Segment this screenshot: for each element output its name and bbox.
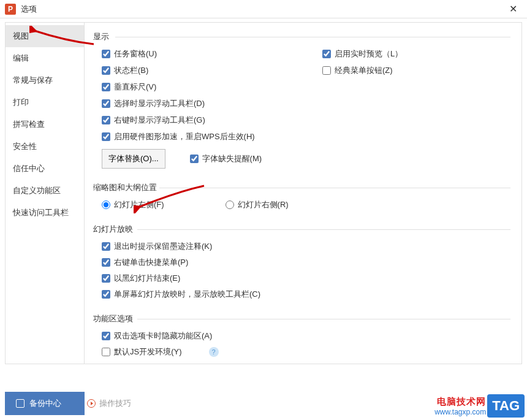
play-icon — [87, 399, 96, 408]
tips-link[interactable]: 操作技巧 — [87, 398, 131, 409]
section-display-title: 显示 — [93, 29, 510, 45]
checkbox-end-black[interactable]: 以黑幻灯片结束(E) — [102, 273, 180, 284]
sidebar-item-7[interactable]: 自定义功能区 — [6, 180, 84, 202]
radio-thumb-left[interactable]: 幻灯片左侧(F) — [102, 199, 164, 210]
checkbox-float-toolbar-select[interactable]: 选择时显示浮动工具栏(D) — [102, 98, 205, 109]
sidebar-item-3[interactable]: 打印 — [6, 91, 84, 113]
checkbox-js-env[interactable]: 默认JS开发环境(Y) — [102, 346, 182, 357]
sidebar-item-0[interactable]: 视图 — [6, 25, 84, 47]
checkbox-status-bar[interactable]: 状态栏(B) — [102, 65, 148, 76]
sidebar: 视图编辑常规与保存打印拼写检查安全性信任中心自定义功能区快速访问工具栏 — [5, 22, 85, 364]
sidebar-item-1[interactable]: 编辑 — [6, 47, 84, 69]
section-slideshow-title: 幻灯片放映 — [93, 221, 510, 237]
checkbox-hw-accel[interactable]: 启用硬件图形加速，重启WPS后生效(H) — [102, 131, 255, 142]
watermark: 电脑技术网 www.tagxp.com TAG — [434, 394, 525, 418]
checkbox-task-pane[interactable]: 任务窗格(U) — [102, 48, 157, 59]
sidebar-item-6[interactable]: 信任中心 — [6, 158, 84, 180]
section-ribbon-title: 功能区选项 — [93, 311, 510, 327]
sidebar-item-8[interactable]: 快速访问工具栏 — [6, 202, 84, 224]
help-icon[interactable]: ? — [209, 347, 219, 357]
checkbox-show-toolbar[interactable]: 单屏幕幻灯片放映时，显示放映工具栏(C) — [102, 289, 260, 300]
window-title: 选项 — [21, 4, 504, 15]
checkbox-hide-ribbon[interactable]: 双击选项卡时隐藏功能区(A) — [102, 330, 212, 342]
app-icon: P — [5, 4, 16, 15]
checkbox-rightclick-menu[interactable]: 右键单击快捷菜单(P) — [102, 257, 188, 268]
checkbox-ink-prompt[interactable]: 退出时提示保留墨迹注释(K) — [102, 241, 212, 252]
sidebar-item-5[interactable]: 安全性 — [6, 136, 84, 158]
checkbox-realtime-preview[interactable]: 启用实时预览（L） — [322, 48, 403, 59]
section-thumbnail-title: 缩略图和大纲位置 — [93, 180, 510, 196]
checkbox-font-missing[interactable]: 字体缺失提醒(M) — [190, 153, 262, 164]
checkbox-float-toolbar-rightclick[interactable]: 右键时显示浮动工具栏(G) — [102, 115, 205, 126]
content-pane: 显示 任务窗格(U) 启用实时预览（L） 状态栏(B) 经典菜单按钮(Z) 垂直… — [85, 22, 522, 364]
sidebar-item-2[interactable]: 常规与保存 — [6, 69, 84, 91]
font-replace-button[interactable]: 字体替换(O)... — [102, 149, 165, 169]
sidebar-item-4[interactable]: 拼写检查 — [6, 113, 84, 136]
checkbox-classic-menu[interactable]: 经典菜单按钮(Z) — [322, 65, 393, 76]
backup-icon — [16, 399, 25, 408]
close-button[interactable]: ✕ — [504, 1, 522, 18]
backup-center-button[interactable]: 备份中心 — [5, 392, 85, 415]
radio-thumb-right[interactable]: 幻灯片右侧(R) — [226, 199, 289, 210]
checkbox-vertical-ruler[interactable]: 垂直标尺(V) — [102, 82, 156, 93]
titlebar: P 选项 ✕ — [0, 0, 527, 18]
